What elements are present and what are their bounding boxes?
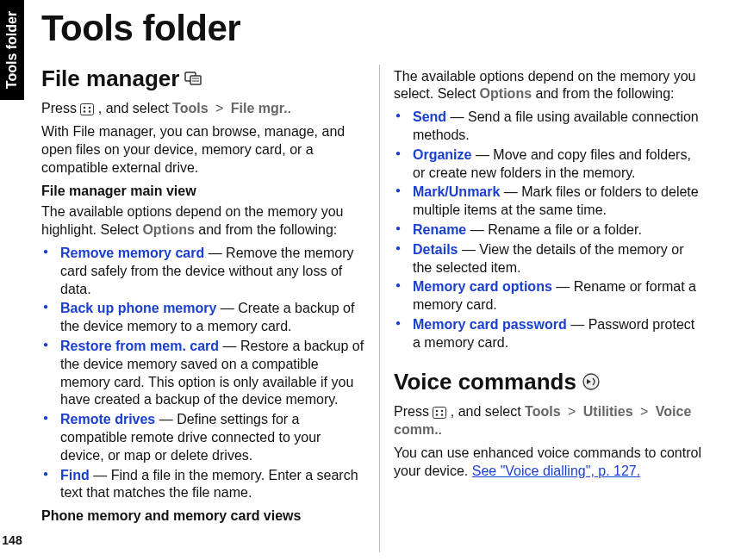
- option-term: Details: [413, 242, 458, 257]
- svg-point-6: [89, 107, 91, 109]
- nav-filemgr: File mgr.: [231, 101, 288, 115]
- main-view-heading: File manager main view: [41, 183, 367, 201]
- list-item: Rename — Rename a file or a folder.: [394, 221, 705, 240]
- press-mid: , and select: [98, 101, 172, 115]
- nav-tools: Tools: [525, 404, 560, 419]
- option-term: Send: [413, 109, 446, 124]
- option-term: Mark/Unmark: [413, 184, 500, 199]
- voice-commands-heading-text: Voice commands: [394, 368, 576, 397]
- press-prefix: Press: [394, 404, 433, 419]
- list-item: Remove memory card — Remove the memory c…: [41, 245, 367, 298]
- voice-commands-heading: Voice commands: [394, 368, 705, 397]
- svg-point-12: [441, 410, 444, 413]
- option-term: Remote drives: [60, 412, 155, 426]
- chevron-right-icon: >: [564, 404, 579, 419]
- option-term: Remove memory card: [60, 246, 204, 260]
- option-desc: — Find a file in the memory. Enter a sea…: [60, 468, 358, 501]
- section-tab: Tools folder: [0, 0, 24, 100]
- svg-rect-10: [433, 408, 446, 419]
- memory-views-lead: The available options depend on the memo…: [394, 68, 705, 104]
- voice-commands-nav-path: Press , and select Tools > Utilities > V…: [394, 403, 705, 439]
- page-title: Tools folder: [41, 5, 741, 53]
- voice-commands-intro: You can use enhanced voice commands to c…: [394, 445, 705, 481]
- nav-end: .: [288, 101, 291, 115]
- nav-utilities: Utilities: [583, 404, 633, 419]
- two-column-layout: File manager Press: [41, 65, 741, 552]
- main-view-lead: The available options depend on the memo…: [41, 203, 367, 240]
- option-desc: — Rename a file or a folder.: [466, 222, 642, 237]
- home-key-icon: [80, 103, 94, 115]
- file-manager-icon: [184, 70, 203, 87]
- voice-commands-icon: [582, 372, 601, 391]
- file-manager-nav-path: Press , and select Tools > File mgr..: [41, 100, 367, 118]
- file-manager-heading-text: File manager: [41, 65, 179, 94]
- list-item: Back up phone memory — Create a backup o…: [41, 300, 367, 336]
- file-manager-heading: File manager: [41, 65, 367, 94]
- press-prefix: Press: [41, 101, 80, 115]
- page-body: Tools folder File manager Press: [41, 0, 741, 560]
- option-term: Memory card password: [413, 317, 567, 332]
- list-item: Restore from mem. card — Restore a backu…: [41, 338, 367, 409]
- press-mid: , and select: [451, 404, 525, 419]
- chevron-right-icon: >: [637, 404, 651, 419]
- list-item: Remote drives — Define settings for a co…: [41, 411, 367, 464]
- options-label: Options: [142, 222, 194, 237]
- option-term: Back up phone memory: [60, 301, 216, 315]
- page-number: 148: [0, 532, 24, 548]
- list-item: Send — Send a file using available conne…: [394, 109, 705, 145]
- option-term: Find: [60, 468, 90, 482]
- options-label: Options: [480, 86, 532, 101]
- list-item: Memory card password — Password protect …: [394, 316, 705, 352]
- svg-point-13: [436, 414, 439, 417]
- list-item: Organize — Move and copy files and folde…: [394, 146, 705, 183]
- left-column: File manager Press: [41, 65, 379, 552]
- nav-end: .: [439, 422, 442, 437]
- svg-point-14: [441, 414, 444, 417]
- svg-point-11: [436, 410, 439, 413]
- chevron-right-icon: >: [212, 101, 227, 115]
- memory-views-heading: Phone memory and memory card views: [41, 507, 367, 526]
- svg-point-7: [84, 111, 86, 114]
- main-view-options: Remove memory card — Remove the memory c…: [41, 245, 367, 502]
- option-term: Restore from mem. card: [60, 339, 219, 353]
- home-key-icon: [433, 407, 446, 419]
- right-column: The available options depend on the memo…: [379, 65, 717, 552]
- svg-point-8: [89, 111, 91, 114]
- list-item: Mark/Unmark — Mark files or folders to d…: [394, 184, 705, 220]
- list-item: Memory card options — Rename or format a…: [394, 278, 705, 314]
- memory-views-options: Send — Send a file using available conne…: [394, 109, 705, 352]
- svg-rect-1: [190, 76, 201, 84]
- section-tab-label: Tools folder: [3, 11, 22, 89]
- file-manager-intro: With File manager, you can browse, manag…: [41, 123, 367, 177]
- voice-dialling-link[interactable]: See "Voice dialling", p. 127.: [472, 464, 641, 478]
- svg-point-5: [84, 107, 86, 109]
- list-item: Details — View the details of the memory…: [394, 241, 705, 277]
- nav-tools: Tools: [172, 101, 208, 115]
- svg-rect-4: [81, 104, 94, 115]
- option-term: Memory card options: [413, 279, 552, 294]
- option-term: Rename: [413, 222, 466, 237]
- list-item: Find — Find a file in the memory. Enter …: [41, 467, 367, 503]
- option-desc: — Send a file using available connection…: [413, 109, 699, 142]
- option-term: Organize: [413, 147, 471, 162]
